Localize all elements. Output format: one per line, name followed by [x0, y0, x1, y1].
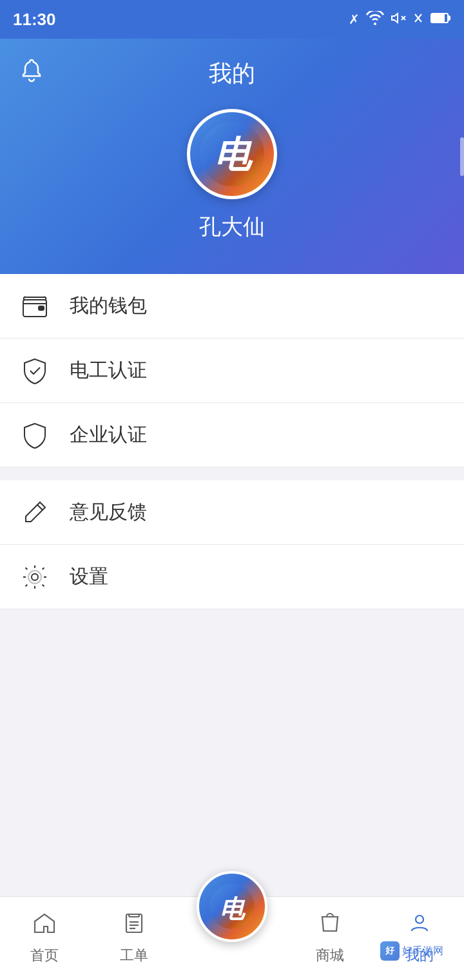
menu-section: 我的钱包 电工认证 企业认证 — [0, 274, 464, 467]
username: 孔大仙 — [199, 212, 265, 242]
volume-icon — [391, 10, 406, 29]
nav-workorder-label: 工单 — [120, 946, 148, 965]
home-icon — [33, 912, 56, 941]
wifi-icon — [366, 11, 384, 28]
watermark-logo: 好 — [380, 941, 400, 961]
nav-item-center[interactable]: 电 — [179, 897, 285, 980]
electrician-label: 电工认证 — [70, 357, 147, 384]
header-title: 我的 — [209, 58, 255, 90]
nav-item-workorder[interactable]: 工单 — [89, 897, 178, 980]
clipboard-icon — [122, 912, 146, 941]
nav-home-label: 首页 — [30, 946, 59, 965]
avatar-logo: 电 — [190, 112, 274, 196]
svg-text:电: 电 — [215, 134, 253, 175]
svg-point-18 — [416, 916, 423, 923]
notification-icon[interactable] — [19, 58, 44, 88]
svg-rect-9 — [39, 306, 44, 310]
wallet-icon — [19, 291, 50, 322]
settings-label: 设置 — [70, 564, 108, 590]
menu-item-settings[interactable]: 设置 — [0, 545, 464, 609]
battery-icon — [430, 12, 451, 27]
nav-center-logo[interactable]: 电 — [197, 871, 267, 942]
nav-item-home[interactable]: 首页 — [0, 897, 89, 980]
menu-item-wallet[interactable]: 我的钱包 — [0, 274, 464, 338]
status-time: 11:30 — [13, 10, 56, 30]
shield-check-icon — [19, 355, 50, 386]
svg-rect-4 — [432, 15, 444, 21]
nav-shop-label: 商城 — [316, 946, 344, 965]
menu-item-enterprise[interactable]: 企业认证 — [0, 403, 464, 467]
svg-point-11 — [28, 571, 41, 583]
gear-icon — [19, 562, 50, 593]
section-gap — [0, 467, 464, 480]
svg-marker-0 — [392, 14, 398, 23]
bag-icon — [318, 912, 342, 941]
avatar[interactable]: 电 — [187, 109, 277, 199]
status-icons: ✗ — [349, 10, 451, 29]
bluetooth-icon — [412, 10, 424, 29]
wallet-label: 我的钱包 — [70, 293, 147, 319]
edit-icon — [19, 497, 50, 528]
nav-item-shop[interactable]: 商城 — [285, 897, 374, 980]
menu-item-feedback[interactable]: 意见反馈 — [0, 480, 464, 545]
status-bar: 11:30 ✗ — [0, 0, 464, 39]
feedback-label: 意见反馈 — [70, 499, 147, 525]
svg-text:电: 电 — [220, 896, 246, 923]
menu-section-2: 意见反馈 设置 — [0, 480, 464, 609]
header-area: 我的 电 孔大仙 — [0, 39, 464, 274]
signal-icon: ✗ — [349, 12, 360, 27]
scroll-indicator — [460, 137, 464, 176]
content-area — [0, 609, 464, 841]
shield-outline-icon — [19, 420, 50, 451]
svg-point-10 — [32, 574, 38, 580]
enterprise-label: 企业认证 — [70, 422, 147, 448]
svg-rect-5 — [448, 16, 450, 20]
watermark-text: 好手游网 — [402, 945, 443, 958]
watermark: 好 好手游网 — [380, 935, 458, 967]
menu-item-electrician[interactable]: 电工认证 — [0, 338, 464, 403]
